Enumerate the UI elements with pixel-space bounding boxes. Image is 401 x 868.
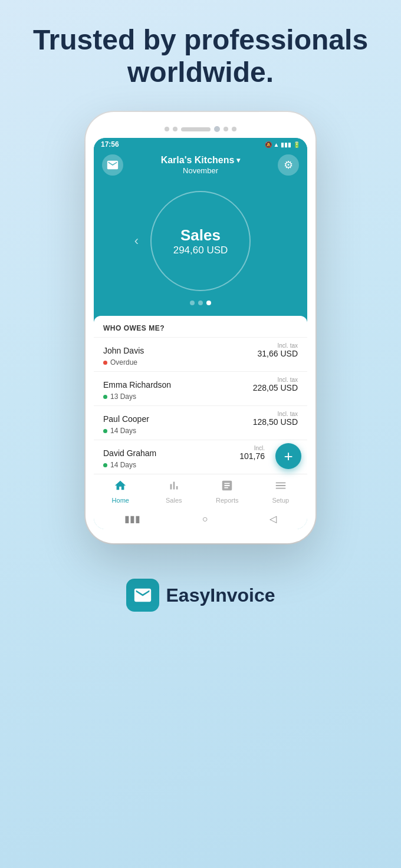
nav-setup[interactable]: Setup [254,479,308,504]
debtor-name: John Davis [103,346,144,355]
phone-speaker [181,127,211,131]
payment-status: Overdue [103,358,298,367]
status-bar: 17:56 🔕 ▲ ▮▮▮ 🔋 [94,138,307,150]
table-row[interactable]: David Graham Incl. 101,76 14 Days + [94,440,307,474]
app-header: Karla's Kitchens ▾ November ⚙ [94,150,307,179]
brand-logo [126,579,159,612]
row-content: Paul Cooper Incl. tax 128,50 USD [103,411,298,427]
header-logo-button[interactable] [102,154,123,176]
status-label: 14 Days [110,427,136,435]
due-dot [103,429,107,433]
nav-setup-label: Setup [272,497,289,504]
chevron-down-icon: ▾ [236,156,240,164]
hero-title: Trusted by professionals worldwide. [12,24,389,88]
plus-icon: + [284,447,292,466]
phone-top-decoration [94,123,307,138]
due-dot [103,463,107,467]
debtor-name: Paul Cooper [103,414,149,424]
sales-label: Sales [180,226,221,245]
table-row[interactable]: John Davis Incl. tax 31,66 USD Overdue [94,337,307,371]
amount-right: Incl. tax 228,05 USD [253,377,298,392]
owes-title: WHO OWES ME? [94,316,307,337]
phone-dot-4 [232,127,236,131]
payment-status: 14 Days [103,461,265,469]
status-label: Overdue [110,358,137,367]
debtor-name: Emma Richardson [103,380,171,390]
phone-dot-1 [165,127,169,131]
payment-status: 14 Days [103,427,298,435]
row-content: John Davis Incl. tax 31,66 USD [103,342,298,358]
amount-right: Incl. tax 31,66 USD [258,342,298,358]
home-icon [114,479,127,495]
android-home[interactable]: ○ [202,514,208,524]
phone-screen: 17:56 🔕 ▲ ▮▮▮ 🔋 Karla's Kitchens ▾ Novem… [94,138,307,529]
gear-icon: ⚙ [284,159,293,171]
dot-3[interactable] [206,301,211,305]
phone-dot-3 [223,127,228,131]
carousel-dots [94,301,307,316]
brand-name: EasyInvoice [166,585,275,606]
payment-status: 13 Days [103,392,298,401]
current-month: November [161,166,241,175]
overdue-dot [103,361,107,365]
phone-frame: 17:56 🔕 ▲ ▮▮▮ 🔋 Karla's Kitchens ▾ Novem… [86,112,315,543]
status-time: 17:56 [101,140,119,148]
nav-sales[interactable]: Sales [147,479,201,504]
sales-icon [167,479,180,495]
bottom-navigation: Home Sales Reports [94,474,307,507]
brand-section: EasyInvoice [126,579,275,612]
row-content: David Graham Incl. 101,76 [103,445,265,461]
status-icons: 🔕 ▲ ▮▮▮ 🔋 [265,141,300,148]
status-label: 14 Days [110,461,136,469]
nav-sales-label: Sales [166,497,182,504]
nav-reports-label: Reports [216,497,239,504]
android-navigation: ▮▮▮ ○ ◁ [94,507,307,529]
nav-reports[interactable]: Reports [200,479,254,504]
sales-area: ‹ Sales 294,60 USD › [94,179,307,301]
owes-section: WHO OWES ME? John Davis Incl. tax 31,66 … [94,316,307,529]
setup-icon [274,479,287,495]
phone-dot-2 [173,127,178,131]
sales-amount: 294,60 USD [173,245,228,256]
table-row[interactable]: Paul Cooper Incl. tax 128,50 USD 14 Days [94,405,307,440]
add-button[interactable]: + [275,443,301,469]
business-name[interactable]: Karla's Kitchens ▾ [161,155,241,166]
status-label: 13 Days [110,392,136,401]
dot-2[interactable] [198,301,203,305]
debtor-name: David Graham [103,448,156,458]
sales-circle: Sales 294,60 USD [150,191,251,291]
android-back[interactable]: ◁ [269,513,277,524]
dot-1[interactable] [190,301,195,305]
row-content: Emma Richardson Incl. tax 228,05 USD [103,377,298,392]
amount-right: Incl. tax 128,50 USD [253,411,298,427]
settings-button[interactable]: ⚙ [278,154,299,176]
reports-icon [221,479,234,495]
android-recents[interactable]: ▮▮▮ [124,513,140,524]
phone-mockup: 17:56 🔕 ▲ ▮▮▮ 🔋 Karla's Kitchens ▾ Novem… [86,112,315,543]
header-center: Karla's Kitchens ▾ November [161,155,241,175]
phone-camera [214,126,220,132]
table-row[interactable]: Emma Richardson Incl. tax 228,05 USD 13 … [94,371,307,405]
brand-invoice: Invoice [210,585,275,606]
nav-home-label: Home [112,497,129,504]
brand-easy: Easy [166,585,211,606]
nav-home[interactable]: Home [94,479,147,504]
prev-arrow[interactable]: ‹ [129,227,144,255]
amount-right: Incl. 101,76 [239,445,265,461]
due-dot [103,395,107,399]
